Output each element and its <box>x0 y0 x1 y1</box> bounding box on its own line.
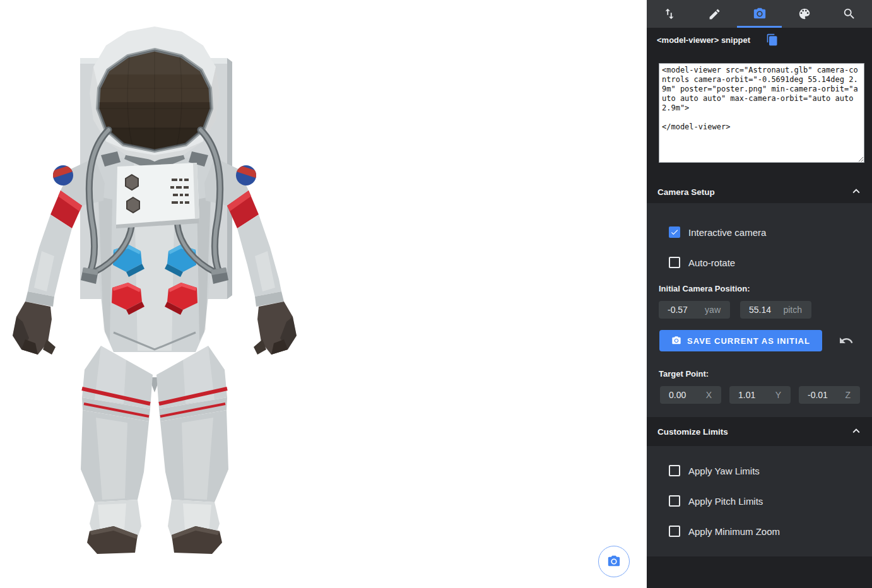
target-z-input[interactable]: -0.01 Z <box>799 386 860 404</box>
save-current-as-initial-button[interactable]: SAVE CURRENT AS INITIAL <box>659 330 822 351</box>
pitch-value: 55.14 <box>749 305 783 315</box>
camera-setup-header[interactable]: Camera Setup <box>647 181 872 203</box>
pitch-unit: pitch <box>783 305 802 315</box>
model-viewport[interactable] <box>0 0 647 588</box>
yaw-value: -0.57 <box>668 305 705 315</box>
camera-icon <box>753 7 767 21</box>
camera-setup-title: Camera Setup <box>657 187 715 197</box>
astronaut-legs <box>81 346 228 554</box>
tab-materials[interactable] <box>782 0 827 28</box>
pitch-input[interactable]: 55.14 pitch <box>740 301 811 319</box>
snippet-code-textarea[interactable]: <model-viewer src="Astronaut.glb" camera… <box>659 63 864 163</box>
apply-yaw-limits-checkbox[interactable] <box>669 465 680 476</box>
customize-limits-title: Customize Limits <box>657 427 728 437</box>
target-x-unit: X <box>706 390 712 400</box>
astronaut-helmet <box>90 26 220 160</box>
edit-pencil-icon <box>708 8 721 21</box>
yaw-unit: yaw <box>705 305 721 315</box>
target-y-unit: Y <box>775 390 781 400</box>
apply-minimum-zoom-checkbox[interactable] <box>669 526 680 537</box>
undo-icon <box>839 333 854 348</box>
apply-yaw-limits-label: Apply Yaw Limits <box>688 466 760 476</box>
chevron-up-icon <box>849 184 863 198</box>
save-button-label: SAVE CURRENT AS INITIAL <box>687 336 810 346</box>
palette-icon <box>798 7 811 21</box>
search-icon <box>842 7 856 21</box>
apply-pitch-limits-checkbox[interactable] <box>669 495 680 507</box>
apply-minimum-zoom-checkbox-row[interactable]: Apply Minimum Zoom <box>669 526 780 537</box>
initial-camera-position-label: Initial Camera Position: <box>659 284 750 293</box>
apply-pitch-limits-label: Apply Pitch Limits <box>688 496 763 507</box>
astronaut-3d-model[interactable] <box>0 0 647 588</box>
copy-snippet-button[interactable] <box>765 33 779 47</box>
target-z-unit: Z <box>845 390 851 400</box>
checkmark-icon <box>670 228 679 237</box>
download-poster-camera-button[interactable] <box>598 546 630 577</box>
apply-pitch-limits-checkbox-row[interactable]: Apply Pitch Limits <box>669 495 763 507</box>
apply-minimum-zoom-label: Apply Minimum Zoom <box>688 526 780 537</box>
tab-inspector[interactable] <box>827 0 872 28</box>
target-point-label: Target Point: <box>659 369 709 379</box>
astronaut-chest-panel <box>116 163 199 228</box>
active-tab-underline <box>737 26 782 28</box>
undo-initial-camera-button[interactable] <box>838 333 854 348</box>
customize-limits-header[interactable]: Customize Limits <box>647 417 872 446</box>
apply-yaw-limits-checkbox-row[interactable]: Apply Yaw Limits <box>669 465 760 476</box>
camera-icon <box>607 555 621 568</box>
collapse-camera-setup-button[interactable] <box>848 184 864 201</box>
editor-toolbar <box>647 0 872 28</box>
auto-rotate-checkbox-row[interactable]: Auto-rotate <box>669 257 735 268</box>
camera-icon <box>671 336 681 346</box>
target-x-value: 0.00 <box>669 390 706 400</box>
editor-panel: <model-viewer> snippet <model-viewer src… <box>647 0 872 588</box>
interactive-camera-checkbox-row[interactable]: Interactive camera <box>669 226 766 238</box>
yaw-input[interactable]: -0.57 yaw <box>659 301 730 319</box>
swap-vertical-icon <box>663 7 676 21</box>
auto-rotate-checkbox[interactable] <box>669 257 680 268</box>
tab-file-import[interactable] <box>647 0 692 28</box>
tab-camera[interactable] <box>737 0 782 28</box>
snippet-title: <model-viewer> snippet <box>657 35 750 45</box>
interactive-camera-checkbox[interactable] <box>669 226 680 238</box>
target-y-value: 1.01 <box>738 390 775 400</box>
target-x-input[interactable]: 0.00 X <box>660 386 721 404</box>
copy-icon <box>766 33 779 46</box>
target-z-value: -0.01 <box>808 390 845 400</box>
interactive-camera-label: Interactive camera <box>688 227 766 238</box>
target-y-input[interactable]: 1.01 Y <box>729 386 791 404</box>
collapse-customize-limits-button[interactable] <box>848 423 864 440</box>
tab-edit[interactable] <box>692 0 736 28</box>
chevron-up-icon <box>849 424 863 438</box>
auto-rotate-label: Auto-rotate <box>688 257 735 268</box>
